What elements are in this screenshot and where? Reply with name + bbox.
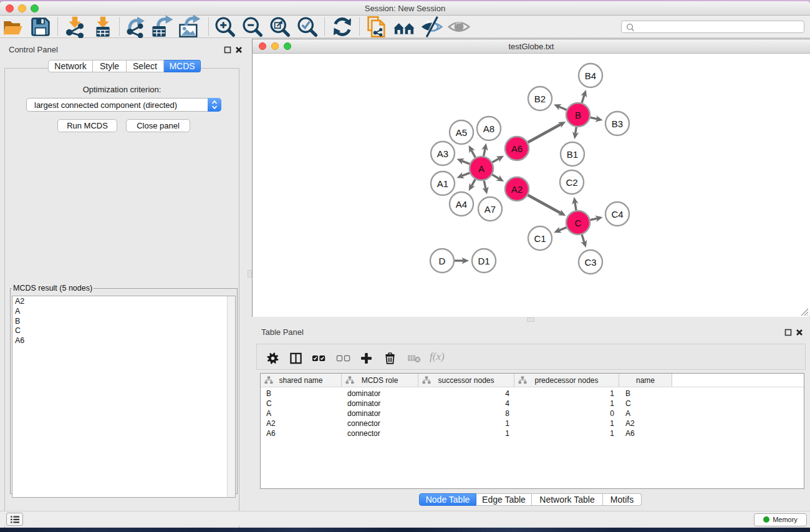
svg-text:A7: A7 (485, 204, 496, 215)
svg-text:C3: C3 (584, 257, 596, 268)
svg-text:C1: C1 (534, 233, 546, 244)
svg-text:C2: C2 (566, 177, 577, 188)
svg-text:A2: A2 (511, 184, 523, 195)
svg-text:A8: A8 (483, 123, 494, 134)
svg-text:D: D (439, 256, 446, 266)
svg-text:A3: A3 (437, 148, 448, 159)
svg-text:A: A (478, 163, 485, 174)
svg-text:A6: A6 (511, 143, 523, 154)
svg-text:C: C (575, 218, 582, 228)
svg-text:D1: D1 (478, 256, 489, 266)
svg-text:B3: B3 (612, 118, 623, 129)
svg-text:A5: A5 (456, 127, 467, 138)
svg-text:B4: B4 (585, 70, 596, 81)
svg-text:A1: A1 (437, 178, 448, 189)
svg-text:B1: B1 (567, 149, 578, 160)
svg-text:B: B (575, 110, 581, 120)
svg-text:C4: C4 (611, 209, 623, 220)
svg-text:A4: A4 (456, 199, 467, 210)
svg-text:B2: B2 (534, 94, 546, 104)
